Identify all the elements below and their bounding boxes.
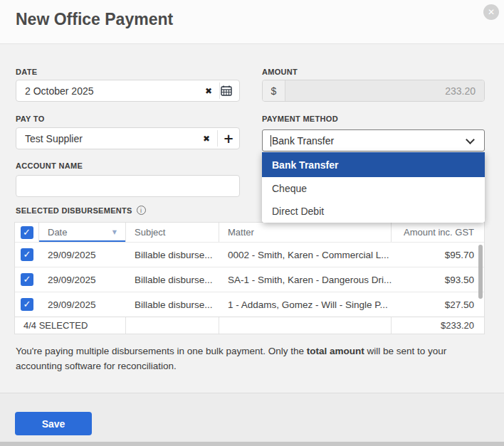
- clear-pay-to-icon[interactable]: ✖: [196, 134, 217, 144]
- table-scrollbar[interactable]: [478, 245, 483, 299]
- account-name-input[interactable]: [16, 176, 239, 196]
- table-header-row: ✓ Date ▼ Subject Matter Amount inc. GST: [15, 223, 484, 242]
- row-checkbox[interactable]: ✓: [21, 248, 33, 261]
- add-supplier-icon[interactable]: +: [218, 131, 239, 146]
- pay-to-label: PAY TO: [16, 115, 45, 123]
- page-title: New Office Payment: [16, 10, 173, 29]
- date-header-label: Date: [48, 227, 67, 238]
- page-edge: [0, 442, 504, 446]
- select-all-cell: ✓: [15, 223, 39, 242]
- sort-desc-icon: ▼: [112, 229, 117, 235]
- text-cursor: [271, 135, 271, 147]
- currency-symbol: $: [263, 80, 285, 101]
- modal-footer: Save: [0, 393, 504, 442]
- footer-empty-cell: [126, 317, 219, 334]
- row-check-cell: ✓: [15, 243, 39, 267]
- payment-method-value: Bank Transfer: [272, 135, 334, 147]
- disbursements-table: ✓ Date ▼ Subject Matter Amount inc. GST …: [14, 222, 485, 334]
- column-header-date[interactable]: Date ▼: [39, 223, 126, 242]
- save-button[interactable]: Save: [15, 412, 92, 435]
- table-row[interactable]: ✓ 29/09/2025 Billable disburse... 0002 -…: [15, 242, 484, 267]
- table-footer-row: 4/4 SELECTED $233.20: [15, 317, 484, 334]
- selected-count: 4/4 SELECTED: [15, 317, 126, 334]
- row-checkbox[interactable]: ✓: [21, 298, 33, 311]
- row-amount: $27.50: [392, 292, 484, 317]
- date-label: DATE: [16, 68, 37, 76]
- payment-method-dropdown: Bank Transfer Cheque Direct Debit: [262, 152, 485, 223]
- row-subject: Billable disburse...: [126, 292, 219, 317]
- calendar-icon[interactable]: [220, 85, 232, 96]
- amount-label: AMOUNT: [262, 68, 298, 76]
- row-date: 29/09/2025: [39, 267, 126, 292]
- total-amount: $233.20: [392, 317, 484, 334]
- row-subject: Billable disburse...: [126, 267, 219, 292]
- row-matter: 0002 - Smith, Karen - Commercial L...: [219, 243, 392, 267]
- pay-to-input[interactable]: [16, 128, 196, 149]
- footer-empty-cell: [219, 317, 392, 334]
- chevron-down-icon: [466, 135, 475, 144]
- column-header-subject[interactable]: Subject: [126, 223, 219, 242]
- payment-method-label: PAYMENT METHOD: [262, 115, 338, 123]
- subject-header-label: Subject: [135, 227, 165, 238]
- dropdown-option-cheque[interactable]: Cheque: [262, 177, 485, 200]
- dropdown-option-direct-debit[interactable]: Direct Debit: [262, 200, 485, 223]
- row-matter: SA-1 - Smith, Karen - Dangerous Dri...: [219, 267, 392, 292]
- row-date: 29/09/2025: [39, 292, 126, 317]
- amount-header-label: Amount inc. GST: [404, 227, 474, 238]
- bulk-payment-note: You're paying multiple disbursements in …: [16, 344, 461, 373]
- dropdown-option-bank-transfer[interactable]: Bank Transfer: [262, 152, 485, 177]
- row-checkbox[interactable]: ✓: [21, 273, 33, 286]
- row-subject: Billable disburse...: [126, 243, 219, 267]
- note-text-before: You're paying multiple disbursements in …: [16, 346, 307, 356]
- column-header-amount[interactable]: Amount inc. GST: [392, 223, 484, 242]
- row-check-cell: ✓: [15, 292, 39, 317]
- select-all-checkbox[interactable]: ✓: [21, 226, 33, 239]
- amount-field: $ 233.20: [262, 80, 485, 102]
- selected-disbursements-label: SELECTED DISBURSEMENTS i: [16, 206, 146, 215]
- info-icon[interactable]: i: [137, 206, 146, 215]
- note-text-bold: total amount: [307, 346, 364, 356]
- row-date: 29/09/2025: [39, 243, 126, 267]
- amount-value: 233.20: [285, 80, 484, 101]
- account-name-label: ACCOUNT NAME: [16, 161, 83, 170]
- column-header-matter[interactable]: Matter: [219, 223, 392, 242]
- date-input[interactable]: [16, 80, 198, 101]
- selected-disbursements-text: SELECTED DISBURSEMENTS: [16, 206, 132, 215]
- row-amount: $93.50: [392, 267, 484, 292]
- row-amount: $95.70: [392, 243, 484, 267]
- matter-header-label: Matter: [228, 227, 254, 238]
- row-matter: 1 - Addams, Gomez - Will - Single P...: [219, 292, 392, 317]
- row-check-cell: ✓: [15, 267, 39, 292]
- table-row[interactable]: ✓ 29/09/2025 Billable disburse... 1 - Ad…: [15, 292, 484, 317]
- payment-method-select[interactable]: Bank Transfer: [262, 129, 485, 152]
- clear-date-icon[interactable]: ✖: [198, 86, 219, 96]
- account-name-field: [16, 175, 240, 197]
- close-icon[interactable]: ✕: [483, 4, 499, 20]
- modal-header: New Office Payment ✕: [0, 0, 504, 44]
- table-row[interactable]: ✓ 29/09/2025 Billable disburse... SA-1 -…: [15, 267, 484, 292]
- new-office-payment-modal: New Office Payment ✕ DATE ✖ AMOUNT $ 233…: [0, 0, 504, 446]
- date-field: ✖: [16, 80, 240, 102]
- pay-to-field: ✖ +: [16, 127, 240, 149]
